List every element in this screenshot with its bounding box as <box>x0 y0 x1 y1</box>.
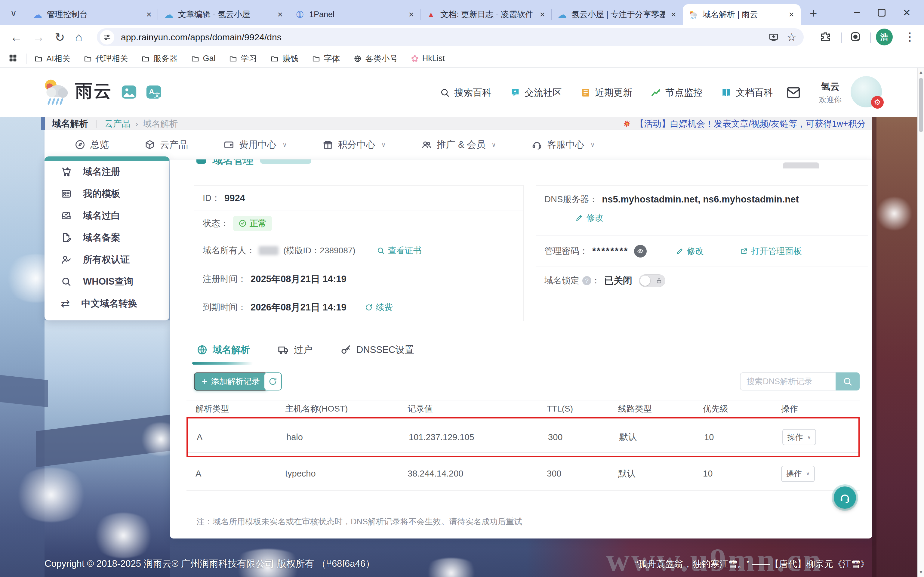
install-app-icon[interactable] <box>768 32 779 43</box>
menu-points[interactable]: 积分中心∨ <box>322 139 386 151</box>
nav-community[interactable]: 交流社区 <box>510 86 562 99</box>
menu-cloud-products[interactable]: 云产品 <box>144 139 188 151</box>
browser-tab[interactable]: ① 1Panel × <box>289 4 420 25</box>
sidebar-item-ownership[interactable]: 所有权认证 <box>45 248 169 271</box>
record-action-button[interactable]: 操作∨ <box>782 429 816 445</box>
scroll-up-icon[interactable]: ▲ <box>918 69 924 76</box>
nav-docs[interactable]: 文档百科 <box>721 86 773 99</box>
scroll-down-icon[interactable]: ▼ <box>918 569 924 575</box>
tab-dnssec[interactable]: DNSSEC设置 <box>340 343 414 356</box>
lens-search-icon[interactable] <box>849 31 861 44</box>
folder-icon <box>191 55 200 63</box>
new-tab-button[interactable]: + <box>810 7 817 20</box>
window-close-button[interactable]: × <box>903 5 911 20</box>
translate-icon[interactable]: A文 <box>145 83 163 102</box>
bookmark-folder[interactable]: 服务器 <box>142 53 178 64</box>
menu-support[interactable]: 客服中心∨ <box>531 139 595 151</box>
site-logo[interactable]: 雨云 <box>42 77 113 105</box>
browser-tab[interactable]: ☁ 文章编辑 - 氢云小屋 × <box>158 4 289 25</box>
show-password-eye-icon[interactable] <box>634 245 647 258</box>
browser-tab-active[interactable]: 域名解析 | 雨云 × <box>683 4 801 25</box>
nav-node-monitor[interactable]: 节点监控 <box>651 86 703 99</box>
home-icon[interactable]: ⌂ <box>75 31 82 44</box>
apps-grid-icon[interactable] <box>8 53 18 64</box>
chat-icon <box>510 87 520 98</box>
tab-transfer[interactable]: 过户 <box>278 343 312 356</box>
site-settings-icon[interactable] <box>100 30 114 45</box>
dns-search-button[interactable] <box>835 372 860 390</box>
support-chat-fab[interactable] <box>834 487 856 509</box>
table-row[interactable]: A typecho 38.244.14.200 300 默认 10 操作∨ <box>187 457 860 491</box>
tab-dns-records[interactable]: 域名解析 <box>196 343 250 356</box>
bookmark-folder[interactable]: Gal <box>191 54 216 63</box>
profile-avatar[interactable]: 浩 <box>876 29 893 45</box>
user-avatar[interactable]: ⚙ <box>851 76 882 107</box>
search-icon <box>440 87 450 98</box>
nav-search-wiki[interactable]: 搜索百科 <box>440 86 491 99</box>
tab-close-icon[interactable]: × <box>276 9 284 19</box>
tab-close-icon[interactable]: × <box>670 9 678 19</box>
search-icon <box>61 276 72 287</box>
sidebar-item-register[interactable]: 域名注册 <box>45 161 169 183</box>
renew-link[interactable]: 续费 <box>365 302 393 313</box>
add-record-button[interactable]: + 添加解析记录 <box>194 372 268 390</box>
edit-dns-link[interactable]: 修改 <box>575 212 604 224</box>
user-block[interactable]: 氢云 欢迎你 <box>819 80 842 105</box>
activity-banner[interactable]: 【活动】白嫖机会！发表文章/视频/友链等，可获得1w+积分 <box>623 118 866 130</box>
address-bar[interactable]: app.rainyun.com/apps/domain/9924/dns ☆ <box>97 28 804 46</box>
record-action-button[interactable]: 操作∨ <box>781 466 815 482</box>
menu-overview[interactable]: 总览 <box>75 139 109 151</box>
gear-badge-icon[interactable]: ⚙ <box>871 96 884 109</box>
bookmark-folder[interactable]: 字体 <box>312 53 340 64</box>
refresh-icon <box>365 303 373 312</box>
help-question-icon[interactable]: ? <box>582 276 591 285</box>
page-scrollbar[interactable]: ▲ ▼ <box>918 68 924 577</box>
tab-close-icon[interactable]: × <box>145 9 153 19</box>
edit-password-link[interactable]: 修改 <box>676 245 704 257</box>
sidebar-item-idn-convert[interactable]: ⇄ 中文域名转换 <box>45 292 169 314</box>
bookmark-folder[interactable]: AI相关 <box>34 53 70 64</box>
username: 氢云 <box>819 80 842 93</box>
image-mode-icon[interactable] <box>120 83 138 102</box>
dns-search-input[interactable] <box>740 372 835 390</box>
key-icon <box>340 344 352 356</box>
nav-updates[interactable]: 近期更新 <box>581 86 632 99</box>
sidebar-item-whois[interactable]: WHOIS查询 <box>45 271 169 292</box>
scrollbar-thumb[interactable] <box>919 78 923 132</box>
tab-close-icon[interactable]: × <box>407 9 415 19</box>
sidebar-item-templates[interactable]: 我的模板 <box>45 183 169 205</box>
forward-icon[interactable]: → <box>32 31 45 44</box>
table-row[interactable]: A halo 101.237.129.105 300 默认 10 操作∨ <box>188 419 858 456</box>
sidebar-item-icp[interactable]: 域名备案 <box>45 227 169 248</box>
reload-icon[interactable]: ↻ <box>55 31 65 44</box>
tab-close-icon[interactable]: × <box>538 9 546 19</box>
bookmark-star-icon[interactable]: ☆ <box>787 31 797 44</box>
mail-icon[interactable] <box>786 85 801 102</box>
menu-promotion[interactable]: 推广 & 会员∨ <box>421 139 496 151</box>
welcome-text: 欢迎你 <box>819 95 842 105</box>
bookmark-folder[interactable]: 赚钱 <box>270 53 299 64</box>
menu-kebab-icon[interactable]: ⋮ <box>904 30 916 44</box>
browser-tab[interactable]: ▲ 文档: 更新日志 - 凌霞软件 × <box>420 4 552 25</box>
tab-close-icon[interactable]: × <box>787 9 795 19</box>
search-icon <box>377 247 385 255</box>
window-maximize-button[interactable] <box>878 9 885 16</box>
breadcrumb-link[interactable]: 云产品 <box>105 118 130 130</box>
menu-billing[interactable]: 费用中心∨ <box>224 139 287 151</box>
extensions-icon[interactable] <box>819 31 831 44</box>
url-text[interactable]: app.rainyun.com/apps/domain/9924/dns <box>121 32 768 42</box>
refresh-records-button[interactable] <box>264 372 282 390</box>
tab-search-chevron-icon[interactable]: ∨ <box>6 6 21 20</box>
domain-lock-toggle[interactable] <box>639 274 665 287</box>
bookmark-folder[interactable]: 代理相关 <box>84 53 128 64</box>
bookmark-folder[interactable]: 学习 <box>229 53 257 64</box>
open-panel-link[interactable]: 打开管理面板 <box>740 245 802 257</box>
bookmark-link[interactable]: 各类小号 <box>353 53 398 64</box>
browser-tab[interactable]: ☁ 氢云小屋 | 专注于分享零基 × <box>552 4 683 25</box>
bookmark-link[interactable]: ✿HkList <box>411 53 445 64</box>
browser-tab[interactable]: ☁ 管理控制台 × <box>27 4 158 25</box>
sidebar-item-whitelist[interactable]: 域名过白 <box>45 205 169 227</box>
window-minimize-button[interactable]: − <box>854 6 860 19</box>
view-cert-link[interactable]: 查看证书 <box>377 245 422 256</box>
back-icon[interactable]: ← <box>10 31 22 44</box>
